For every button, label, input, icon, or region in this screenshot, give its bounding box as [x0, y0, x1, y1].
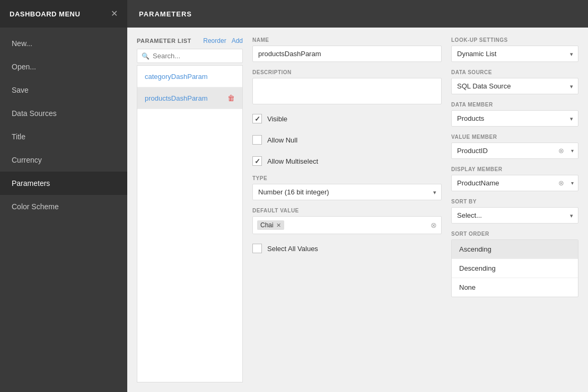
- sort-by-label: SORT BY: [451, 199, 578, 204]
- data-member-label: DATA MEMBER: [451, 102, 578, 108]
- visible-label: Visible: [267, 115, 287, 123]
- display-member-clear-icon[interactable]: ⊗: [558, 179, 564, 187]
- sort-order-item[interactable]: Ascending: [452, 240, 578, 259]
- sidebar-item-currency[interactable]: Currency: [0, 148, 127, 172]
- allow-multiselect-row: Allow Multiselect: [252, 154, 442, 168]
- name-label: NAME: [252, 37, 442, 43]
- display-member-field-group: DISPLAY MEMBER ProductNameProductIDCateg…: [451, 166, 578, 191]
- data-member-select[interactable]: ProductsCategoriesOrders: [451, 110, 578, 127]
- param-list-label: PARAMETER LIST: [137, 38, 191, 44]
- visible-row: Visible: [252, 112, 442, 126]
- default-value-clear-icon[interactable]: ⊗: [431, 221, 437, 229]
- search-box: 🔍: [137, 49, 243, 63]
- reorder-link[interactable]: Reorder: [203, 37, 226, 44]
- tag-remove-icon[interactable]: ✕: [276, 222, 281, 228]
- description-label: DESCRIPTION: [252, 69, 442, 75]
- sidebar-item-new---[interactable]: New...: [0, 32, 127, 55]
- display-member-label: DISPLAY MEMBER: [451, 166, 578, 172]
- default-value-tag: Chai ✕: [257, 220, 284, 230]
- sidebar-title: DASHBOARD MENU: [10, 10, 80, 18]
- param-list-header: PARAMETER LIST Reorder Add: [137, 37, 243, 44]
- sort-order-item[interactable]: None: [452, 278, 578, 297]
- data-source-field-group: DATA SOURCE SQL Data SourceJSON Data Sou…: [451, 69, 578, 94]
- param-list-actions: Reorder Add: [203, 37, 243, 44]
- data-source-dropdown[interactable]: SQL Data SourceJSON Data Source: [451, 78, 578, 94]
- search-input[interactable]: [153, 52, 238, 60]
- sidebar-item-color-scheme[interactable]: Color Scheme: [0, 195, 127, 218]
- name-input[interactable]: [252, 46, 442, 62]
- value-member-clear-icon[interactable]: ⊗: [558, 147, 564, 155]
- type-label: TYPE: [252, 175, 442, 181]
- main-header: PARAMETERS: [127, 0, 588, 28]
- tag-text: Chai: [260, 221, 274, 229]
- param-item-delete-icon[interactable]: 🗑: [227, 94, 235, 102]
- default-value-label: DEFAULT VALUE: [252, 208, 442, 213]
- sidebar-item-save[interactable]: Save: [0, 78, 127, 102]
- data-source-select[interactable]: SQL Data SourceJSON Data Source: [451, 78, 578, 94]
- allow-multiselect-label: Allow Multiselect: [267, 157, 318, 165]
- sidebar-item-open---[interactable]: Open...: [0, 55, 127, 78]
- lookup-type-field-group: LOOK-UP SETTINGS Dynamic ListStatic List…: [451, 37, 578, 62]
- description-input[interactable]: [252, 78, 442, 104]
- sidebar-item-title[interactable]: Title: [0, 125, 127, 148]
- sidebar-nav: New...Open...SaveData SourcesTitleCurren…: [0, 28, 127, 222]
- main-title: PARAMETERS: [139, 10, 192, 18]
- lookup-type-label: LOOK-UP SETTINGS: [451, 37, 578, 43]
- allow-null-row: Allow Null: [252, 133, 442, 147]
- allow-multiselect-checkbox[interactable]: [252, 156, 262, 166]
- sidebar-header: DASHBOARD MENU ✕: [0, 0, 127, 28]
- select-all-checkbox[interactable]: [252, 244, 262, 253]
- param-item[interactable]: productsDashParam🗑: [137, 87, 242, 109]
- search-icon: 🔍: [142, 52, 150, 60]
- allow-null-checkbox[interactable]: [252, 135, 262, 145]
- sort-by-field-group: SORT BY Select...ProductIDProductName: [451, 199, 578, 224]
- param-item-label: productsDashParam: [145, 94, 208, 102]
- add-link[interactable]: Add: [232, 37, 243, 44]
- sort-order-list: AscendingDescendingNone: [451, 239, 578, 297]
- type-select[interactable]: Number (16 bit integer)StringBooleanDate…: [252, 184, 442, 200]
- display-member-dropdown[interactable]: ProductNameProductIDCategoryID ⊗ ▾: [451, 175, 578, 191]
- param-item[interactable]: categoryDashParam🗑: [137, 66, 242, 87]
- sort-by-select[interactable]: Select...ProductIDProductName: [451, 207, 578, 224]
- sort-order-field-group: SORT ORDER AscendingDescendingNone: [451, 231, 578, 297]
- sidebar-item-data-sources[interactable]: Data Sources: [0, 102, 127, 125]
- close-icon[interactable]: ✕: [111, 10, 118, 18]
- value-member-dropdown[interactable]: ProductIDProductNameCategoryID ⊗ ▾: [451, 142, 578, 159]
- main-content: PARAMETERS PARAMETER LIST Reorder Add 🔍 …: [127, 0, 588, 392]
- data-member-dropdown[interactable]: ProductsCategoriesOrders: [451, 110, 578, 127]
- right-panel: LOOK-UP SETTINGS Dynamic ListStatic List…: [451, 37, 578, 382]
- visible-checkbox[interactable]: [252, 114, 262, 123]
- type-dropdown[interactable]: Number (16 bit integer)StringBooleanDate…: [252, 184, 442, 200]
- sort-by-dropdown[interactable]: Select...ProductIDProductName: [451, 207, 578, 224]
- lookup-type-dropdown[interactable]: Dynamic ListStatic ListNone: [451, 46, 578, 62]
- value-member-label: VALUE MEMBER: [451, 134, 578, 140]
- name-field-group: NAME: [252, 37, 442, 62]
- default-value-field-group: DEFAULT VALUE Chai ✕ ⊗: [252, 208, 442, 234]
- data-source-label: DATA SOURCE: [451, 69, 578, 75]
- description-field-group: DESCRIPTION: [252, 69, 442, 104]
- param-item-label: categoryDashParam: [145, 73, 208, 81]
- param-list-items: categoryDashParam🗑productsDashParam🗑: [137, 65, 243, 382]
- sidebar-item-parameters[interactable]: Parameters: [0, 172, 127, 195]
- lookup-type-select[interactable]: Dynamic ListStatic ListNone: [451, 46, 578, 62]
- param-list-panel: PARAMETER LIST Reorder Add 🔍 categoryDas…: [137, 37, 243, 382]
- sort-order-item[interactable]: Descending: [452, 259, 578, 278]
- default-value-row: Chai ✕ ⊗: [252, 216, 442, 234]
- type-field-group: TYPE Number (16 bit integer)StringBoolea…: [252, 175, 442, 200]
- allow-null-label: Allow Null: [267, 136, 297, 144]
- select-all-label: Select All Values: [267, 245, 318, 253]
- middle-panel: NAME DESCRIPTION Visible Allow Null Allo…: [252, 37, 442, 382]
- sort-order-label: SORT ORDER: [451, 231, 578, 237]
- select-all-row: Select All Values: [252, 242, 442, 255]
- content-area: PARAMETER LIST Reorder Add 🔍 categoryDas…: [127, 28, 588, 392]
- data-member-field-group: DATA MEMBER ProductsCategoriesOrders: [451, 102, 578, 127]
- sidebar: DASHBOARD MENU ✕ New...Open...SaveData S…: [0, 0, 127, 392]
- value-member-field-group: VALUE MEMBER ProductIDProductNameCategor…: [451, 134, 578, 159]
